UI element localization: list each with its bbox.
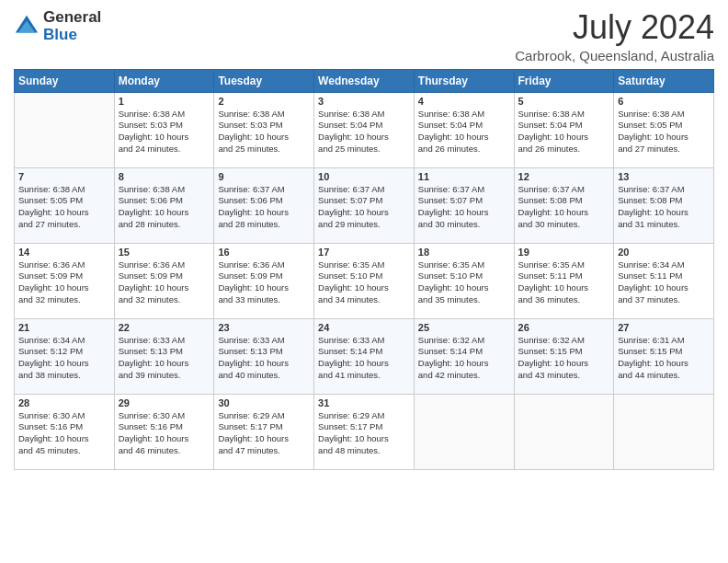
- weekday-header-wednesday: Wednesday: [314, 69, 415, 92]
- calendar-cell: 29Sunrise: 6:30 AM Sunset: 5:16 PM Dayli…: [114, 394, 214, 469]
- weekday-header-monday: Monday: [114, 69, 214, 92]
- calendar-cell: 6Sunrise: 6:38 AM Sunset: 5:05 PM Daylig…: [614, 92, 714, 167]
- day-number: 12: [518, 171, 610, 182]
- day-number: 28: [18, 397, 110, 408]
- day-number: 20: [618, 247, 710, 258]
- day-number: 4: [418, 96, 510, 107]
- calendar-cell: 17Sunrise: 6:35 AM Sunset: 5:10 PM Dayli…: [314, 243, 415, 318]
- month-title: July 2024: [515, 9, 714, 46]
- day-number: 15: [119, 247, 210, 258]
- day-number: 5: [518, 96, 610, 107]
- day-number: 23: [218, 322, 310, 333]
- day-info: Sunrise: 6:38 AM Sunset: 5:05 PM Dayligh…: [18, 184, 110, 231]
- weekday-header-sunday: Sunday: [15, 69, 115, 92]
- calendar-cell: 25Sunrise: 6:32 AM Sunset: 5:14 PM Dayli…: [414, 318, 514, 394]
- calendar-cell: 15Sunrise: 6:36 AM Sunset: 5:09 PM Dayli…: [114, 243, 214, 318]
- week-row-2: 7Sunrise: 6:38 AM Sunset: 5:05 PM Daylig…: [15, 167, 714, 243]
- day-number: 26: [518, 322, 610, 333]
- logo: General Blue: [14, 9, 101, 43]
- day-info: Sunrise: 6:30 AM Sunset: 5:16 PM Dayligh…: [119, 410, 210, 457]
- calendar-cell: 16Sunrise: 6:36 AM Sunset: 5:09 PM Dayli…: [214, 243, 314, 318]
- calendar-cell: 1Sunrise: 6:38 AM Sunset: 5:03 PM Daylig…: [114, 92, 214, 167]
- calendar-cell: 11Sunrise: 6:37 AM Sunset: 5:07 PM Dayli…: [414, 167, 514, 243]
- calendar-cell: 18Sunrise: 6:35 AM Sunset: 5:10 PM Dayli…: [414, 243, 514, 318]
- weekday-header-saturday: Saturday: [614, 69, 714, 92]
- day-info: Sunrise: 6:35 AM Sunset: 5:10 PM Dayligh…: [318, 259, 410, 306]
- calendar-cell: 22Sunrise: 6:33 AM Sunset: 5:13 PM Dayli…: [114, 318, 214, 394]
- day-number: 24: [318, 322, 410, 333]
- day-info: Sunrise: 6:35 AM Sunset: 5:11 PM Dayligh…: [518, 259, 610, 306]
- page-header: General Blue July 2024 Carbrook, Queensl…: [14, 9, 714, 63]
- day-number: 30: [218, 397, 310, 408]
- calendar-cell: 31Sunrise: 6:29 AM Sunset: 5:17 PM Dayli…: [314, 394, 415, 469]
- calendar-cell: [614, 394, 714, 469]
- day-number: 13: [618, 171, 710, 182]
- calendar-cell: 5Sunrise: 6:38 AM Sunset: 5:04 PM Daylig…: [514, 92, 614, 167]
- weekday-header-thursday: Thursday: [414, 69, 514, 92]
- calendar-cell: 23Sunrise: 6:33 AM Sunset: 5:13 PM Dayli…: [214, 318, 314, 394]
- day-number: 18: [418, 247, 510, 258]
- calendar-cell: 19Sunrise: 6:35 AM Sunset: 5:11 PM Dayli…: [514, 243, 614, 318]
- week-row-5: 28Sunrise: 6:30 AM Sunset: 5:16 PM Dayli…: [15, 394, 714, 469]
- calendar-cell: 10Sunrise: 6:37 AM Sunset: 5:07 PM Dayli…: [314, 167, 415, 243]
- week-row-1: 1Sunrise: 6:38 AM Sunset: 5:03 PM Daylig…: [15, 92, 714, 167]
- calendar-cell: 21Sunrise: 6:34 AM Sunset: 5:12 PM Dayli…: [15, 318, 115, 394]
- day-number: 6: [618, 96, 710, 107]
- logo-general-text: General: [43, 9, 101, 27]
- day-number: 7: [18, 171, 110, 182]
- calendar-cell: 26Sunrise: 6:32 AM Sunset: 5:15 PM Dayli…: [514, 318, 614, 394]
- calendar-cell: [15, 92, 115, 167]
- weekday-header-row: SundayMondayTuesdayWednesdayThursdayFrid…: [15, 69, 714, 92]
- day-info: Sunrise: 6:35 AM Sunset: 5:10 PM Dayligh…: [418, 259, 510, 306]
- day-info: Sunrise: 6:38 AM Sunset: 5:05 PM Dayligh…: [618, 109, 710, 155]
- calendar-cell: 20Sunrise: 6:34 AM Sunset: 5:11 PM Dayli…: [614, 243, 714, 318]
- calendar-cell: 14Sunrise: 6:36 AM Sunset: 5:09 PM Dayli…: [15, 243, 115, 318]
- calendar-cell: 13Sunrise: 6:37 AM Sunset: 5:08 PM Dayli…: [614, 167, 714, 243]
- day-info: Sunrise: 6:29 AM Sunset: 5:17 PM Dayligh…: [218, 410, 310, 457]
- calendar-cell: 7Sunrise: 6:38 AM Sunset: 5:05 PM Daylig…: [15, 167, 115, 243]
- day-info: Sunrise: 6:37 AM Sunset: 5:08 PM Dayligh…: [618, 184, 710, 231]
- day-info: Sunrise: 6:32 AM Sunset: 5:15 PM Dayligh…: [518, 335, 610, 382]
- calendar-cell: 2Sunrise: 6:38 AM Sunset: 5:03 PM Daylig…: [214, 92, 314, 167]
- day-info: Sunrise: 6:29 AM Sunset: 5:17 PM Dayligh…: [318, 410, 410, 457]
- day-number: 9: [218, 171, 310, 182]
- day-info: Sunrise: 6:38 AM Sunset: 5:03 PM Dayligh…: [119, 109, 210, 155]
- day-info: Sunrise: 6:37 AM Sunset: 5:06 PM Dayligh…: [218, 184, 310, 231]
- weekday-header-friday: Friday: [514, 69, 614, 92]
- day-number: 14: [18, 247, 110, 258]
- day-info: Sunrise: 6:38 AM Sunset: 5:04 PM Dayligh…: [518, 109, 610, 155]
- day-info: Sunrise: 6:34 AM Sunset: 5:12 PM Dayligh…: [18, 335, 110, 382]
- calendar-cell: 9Sunrise: 6:37 AM Sunset: 5:06 PM Daylig…: [214, 167, 314, 243]
- calendar-table: SundayMondayTuesdayWednesdayThursdayFrid…: [14, 69, 714, 470]
- day-number: 3: [318, 96, 410, 107]
- day-info: Sunrise: 6:37 AM Sunset: 5:07 PM Dayligh…: [418, 184, 510, 231]
- day-number: 1: [119, 96, 210, 107]
- calendar-cell: 30Sunrise: 6:29 AM Sunset: 5:17 PM Dayli…: [214, 394, 314, 469]
- calendar-cell: 8Sunrise: 6:38 AM Sunset: 5:06 PM Daylig…: [114, 167, 214, 243]
- day-info: Sunrise: 6:33 AM Sunset: 5:13 PM Dayligh…: [119, 335, 210, 382]
- day-info: Sunrise: 6:37 AM Sunset: 5:08 PM Dayligh…: [518, 184, 610, 231]
- day-number: 31: [318, 397, 410, 408]
- day-number: 21: [18, 322, 110, 333]
- weekday-header-tuesday: Tuesday: [214, 69, 314, 92]
- day-info: Sunrise: 6:32 AM Sunset: 5:14 PM Dayligh…: [418, 335, 510, 382]
- calendar-cell: [514, 394, 614, 469]
- day-info: Sunrise: 6:36 AM Sunset: 5:09 PM Dayligh…: [119, 259, 210, 306]
- logo-icon: [14, 14, 40, 40]
- day-number: 11: [418, 171, 510, 182]
- day-number: 25: [418, 322, 510, 333]
- calendar-cell: 27Sunrise: 6:31 AM Sunset: 5:15 PM Dayli…: [614, 318, 714, 394]
- week-row-3: 14Sunrise: 6:36 AM Sunset: 5:09 PM Dayli…: [15, 243, 714, 318]
- calendar-cell: 12Sunrise: 6:37 AM Sunset: 5:08 PM Dayli…: [514, 167, 614, 243]
- day-number: 22: [119, 322, 210, 333]
- day-info: Sunrise: 6:36 AM Sunset: 5:09 PM Dayligh…: [218, 259, 310, 306]
- day-number: 27: [618, 322, 710, 333]
- day-number: 16: [218, 247, 310, 258]
- title-block: July 2024 Carbrook, Queensland, Australi…: [515, 9, 714, 63]
- day-info: Sunrise: 6:37 AM Sunset: 5:07 PM Dayligh…: [318, 184, 410, 231]
- calendar-cell: 28Sunrise: 6:30 AM Sunset: 5:16 PM Dayli…: [15, 394, 115, 469]
- day-info: Sunrise: 6:38 AM Sunset: 5:03 PM Dayligh…: [218, 109, 310, 155]
- day-info: Sunrise: 6:34 AM Sunset: 5:11 PM Dayligh…: [618, 259, 710, 306]
- week-row-4: 21Sunrise: 6:34 AM Sunset: 5:12 PM Dayli…: [15, 318, 714, 394]
- day-info: Sunrise: 6:33 AM Sunset: 5:13 PM Dayligh…: [218, 335, 310, 382]
